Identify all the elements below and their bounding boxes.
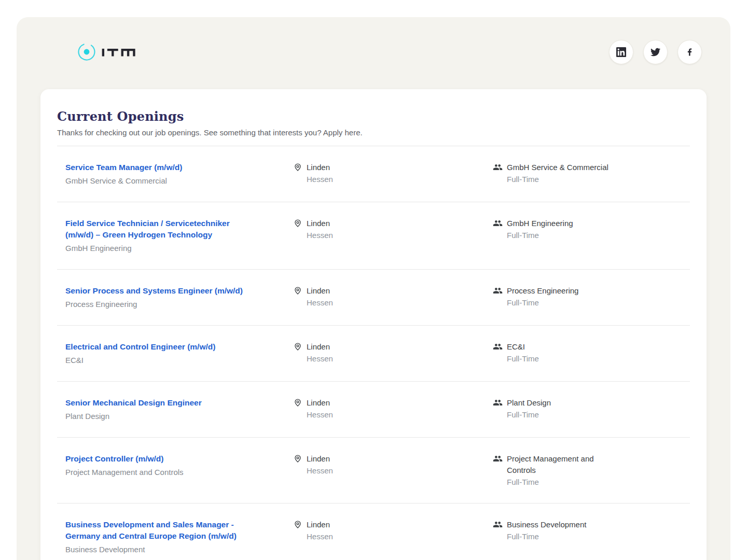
job-team: Business Development [507,519,586,530]
job-region: Hessen [307,409,333,421]
job-list: Service Team Manager (m/w/d) GmbH Servic… [57,146,690,560]
itm-logo[interactable] [77,42,138,62]
job-team: Project Management and Controls [507,453,616,476]
location-pin-icon [293,218,302,228]
job-row: Service Team Manager (m/w/d) GmbH Servic… [57,146,690,202]
job-title-link[interactable]: Electrical and Control Engineer (m/w/d) [65,341,215,353]
job-city: Linden [307,162,333,173]
job-title-link[interactable]: Service Team Manager (m/w/d) [65,162,182,173]
location-pin-icon [293,398,302,407]
page-background: Current Openings Thanks for checking out… [17,17,730,560]
job-title-cell: Service Team Manager (m/w/d) GmbH Servic… [65,162,293,186]
job-team: GmbH Service & Commercial [507,162,608,173]
job-location-cell: Linden Hessen [293,162,493,186]
job-city: Linden [307,453,333,465]
job-city: Linden [307,519,333,530]
job-region: Hessen [307,353,333,365]
location-pin-icon [293,286,302,295]
job-team-cell: GmbH Engineering Full-Time [493,218,690,254]
job-employment-type: Full-Time [507,230,573,241]
job-row: Project Controller (m/w/d) Project Manag… [57,438,690,503]
team-people-icon [493,342,503,352]
team-people-icon [493,286,503,296]
job-region: Hessen [307,297,333,309]
job-city: Linden [307,341,333,353]
job-row: Field Service Technician / Servicetechni… [57,202,690,270]
social-links [609,40,702,64]
page-subtitle: Thanks for checking out our job openings… [57,128,690,137]
job-row: Business Development and Sales Manager -… [57,503,690,560]
job-department: EC&I [65,355,293,366]
linkedin-button[interactable] [609,40,633,64]
team-people-icon [493,218,503,228]
job-employment-type: Full-Time [507,409,551,421]
job-team-cell: Business Development Full-Time [493,519,690,555]
job-region: Hessen [307,230,333,241]
job-department: Business Development [65,544,293,555]
facebook-button[interactable] [677,40,702,64]
team-people-icon [493,520,503,529]
openings-card: Current Openings Thanks for checking out… [40,89,707,560]
itm-wordmark [102,47,138,58]
team-people-icon [493,162,503,172]
job-title-link[interactable]: Field Service Technician / Servicetechni… [65,218,246,241]
linkedin-icon [616,47,626,57]
atom-logo-icon [77,42,96,62]
job-title-cell: Project Controller (m/w/d) Project Manag… [65,453,293,487]
job-department: Project Management and Controls [65,467,293,478]
job-team-cell: Plant Design Full-Time [493,397,690,422]
job-region: Hessen [307,174,333,185]
job-department: GmbH Engineering [65,243,293,254]
job-team-cell: GmbH Service & Commercial Full-Time [493,162,690,186]
team-people-icon [493,398,503,408]
job-title-link[interactable]: Project Controller (m/w/d) [65,453,163,465]
job-employment-type: Full-Time [507,531,586,542]
job-team-cell: EC&I Full-Time [493,341,690,366]
job-city: Linden [307,397,333,409]
job-title-cell: Senior Process and Systems Engineer (m/w… [65,285,293,310]
job-location-cell: Linden Hessen [293,453,493,487]
job-location-cell: Linden Hessen [293,341,493,366]
job-employment-type: Full-Time [507,297,578,309]
job-title-cell: Business Development and Sales Manager -… [65,519,293,555]
job-team-cell: Process Engineering Full-Time [493,285,690,310]
location-pin-icon [293,162,302,172]
twitter-button[interactable] [643,40,668,64]
job-team: Process Engineering [507,285,578,297]
twitter-icon [651,47,660,57]
job-department: Process Engineering [65,299,293,310]
page-title: Current Openings [57,109,690,124]
job-title-link[interactable]: Senior Mechanical Design Engineer [65,397,202,409]
job-row: Senior Mechanical Design Engineer Plant … [57,382,690,438]
location-pin-icon [293,342,302,351]
job-location-cell: Linden Hessen [293,519,493,555]
job-team-cell: Project Management and Controls Full-Tim… [493,453,690,487]
team-people-icon [493,454,503,464]
job-city: Linden [307,285,333,297]
job-location-cell: Linden Hessen [293,397,493,422]
job-city: Linden [307,218,333,229]
job-employment-type: Full-Time [507,477,616,488]
job-location-cell: Linden Hessen [293,218,493,254]
job-title-cell: Electrical and Control Engineer (m/w/d) … [65,341,293,366]
header [17,17,730,62]
facebook-icon [685,47,695,57]
job-row: Senior Process and Systems Engineer (m/w… [57,270,690,326]
job-location-cell: Linden Hessen [293,285,493,310]
job-title-cell: Senior Mechanical Design Engineer Plant … [65,397,293,422]
job-department: GmbH Service & Commercial [65,175,293,186]
job-department: Plant Design [65,411,293,422]
job-title-link[interactable]: Senior Process and Systems Engineer (m/w… [65,285,243,297]
job-employment-type: Full-Time [507,353,539,365]
job-region: Hessen [307,531,333,542]
job-team: GmbH Engineering [507,218,573,229]
job-row: Electrical and Control Engineer (m/w/d) … [57,326,690,382]
job-employment-type: Full-Time [507,174,608,185]
job-team: Plant Design [507,397,551,409]
location-pin-icon [293,520,302,529]
job-region: Hessen [307,465,333,477]
location-pin-icon [293,454,302,463]
job-title-cell: Field Service Technician / Servicetechni… [65,218,293,254]
job-team: EC&I [507,341,539,353]
job-title-link[interactable]: Business Development and Sales Manager -… [65,519,246,542]
